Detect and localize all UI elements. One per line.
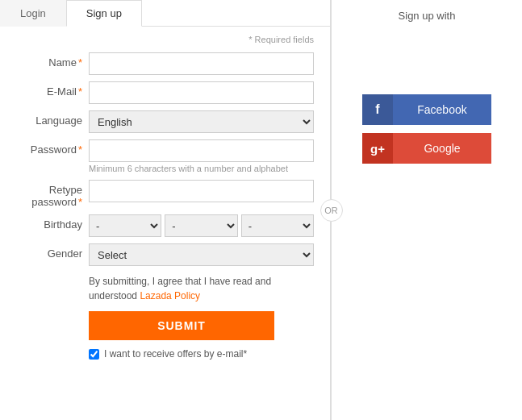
- email-input[interactable]: [89, 81, 314, 104]
- email-offers-label: I want to receive offers by e-mail*: [104, 348, 247, 360]
- required-note: * Required fields: [16, 35, 314, 44]
- password-hint: Minimum 6 characters with a number and a…: [89, 164, 314, 173]
- language-label: Language: [16, 110, 89, 127]
- password-row: Password* Minimum 6 characters with a nu…: [16, 139, 314, 173]
- password-label: Password*: [16, 139, 89, 156]
- facebook-label: Facebook: [393, 103, 491, 116]
- signup-with-title: Sign up with: [348, 0, 506, 30]
- birthday-selects: - - -: [89, 214, 314, 237]
- policy-text: By submitting, I agree that I have read …: [89, 274, 314, 303]
- tab-signup[interactable]: Sign up: [66, 0, 142, 27]
- or-divider: OR: [331, 0, 332, 420]
- name-input-wrap: [89, 52, 314, 75]
- password-input-wrap: Minimum 6 characters with a number and a…: [89, 139, 314, 173]
- social-buttons: f Facebook g+ Google: [348, 94, 506, 164]
- name-row: Name*: [16, 52, 314, 75]
- language-row: Language English: [16, 110, 314, 133]
- email-offers-row: I want to receive offers by e-mail*: [89, 348, 314, 360]
- retype-password-input[interactable]: [89, 180, 314, 202]
- gender-row: Gender Select: [16, 243, 314, 266]
- birthday-row: Birthday - - -: [16, 214, 314, 237]
- name-input[interactable]: [89, 52, 314, 75]
- submit-area: By submitting, I agree that I have read …: [89, 274, 314, 360]
- retype-password-row: Retype password*: [16, 180, 314, 208]
- email-row: E-Mail*: [16, 81, 314, 104]
- google-signup-button[interactable]: g+ Google: [362, 133, 491, 164]
- facebook-signup-button[interactable]: f Facebook: [362, 94, 491, 125]
- password-input[interactable]: [89, 139, 314, 162]
- google-label: Google: [393, 142, 491, 155]
- signup-form: * Required fields Name* E-Mail*: [0, 35, 330, 376]
- email-input-wrap: [89, 81, 314, 104]
- submit-button[interactable]: SUBMIT: [89, 311, 274, 340]
- email-label: E-Mail*: [16, 81, 89, 98]
- retype-password-label: Retype password*: [16, 180, 89, 208]
- right-panel: Sign up with f Facebook g+ Google: [332, 0, 522, 420]
- language-select-wrap: English: [89, 110, 314, 133]
- language-select[interactable]: English: [89, 110, 314, 133]
- name-label: Name*: [16, 52, 89, 69]
- tabs: Login Sign up: [0, 0, 330, 27]
- birthday-day-select[interactable]: -: [89, 214, 161, 237]
- birthday-month-select[interactable]: -: [165, 214, 237, 237]
- email-offers-checkbox[interactable]: [89, 349, 99, 360]
- google-icon: g+: [362, 133, 393, 164]
- gender-select[interactable]: Select: [89, 243, 314, 266]
- birthday-label: Birthday: [16, 214, 89, 231]
- gender-label: Gender: [16, 243, 89, 260]
- lazada-policy-link[interactable]: Lazada Policy: [140, 290, 200, 301]
- left-panel: Login Sign up * Required fields Name* E-…: [0, 0, 331, 420]
- retype-password-input-wrap: [89, 180, 314, 202]
- facebook-icon: f: [362, 94, 393, 125]
- or-text: OR: [320, 199, 343, 222]
- gender-select-wrap: Select: [89, 243, 314, 266]
- tab-login[interactable]: Login: [0, 0, 66, 27]
- birthday-year-select[interactable]: -: [241, 214, 314, 237]
